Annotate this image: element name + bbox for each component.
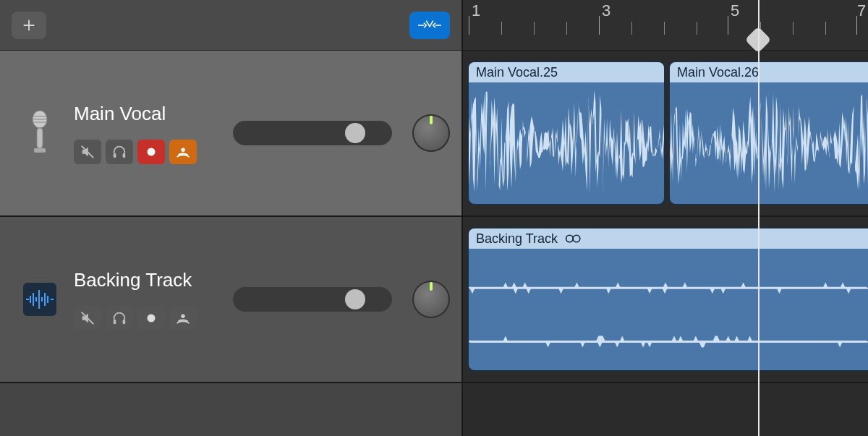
record-enable-button[interactable] xyxy=(137,306,165,330)
filter-icon xyxy=(418,18,441,33)
volume-slider-thumb[interactable] xyxy=(345,123,365,143)
waveform-icon xyxy=(469,249,868,370)
svg-point-10 xyxy=(148,314,156,322)
ruler-label: 7 xyxy=(857,1,866,20)
mute-button[interactable] xyxy=(74,140,101,164)
waveform-icon xyxy=(469,82,664,204)
input-monitor-button[interactable] xyxy=(169,306,197,330)
track-controls-right xyxy=(233,114,450,152)
svg-rect-9 xyxy=(123,319,126,323)
headphones-icon xyxy=(111,310,127,326)
svg-point-5 xyxy=(148,148,156,155)
svg-rect-3 xyxy=(114,153,116,157)
empty-track-area xyxy=(0,383,461,436)
record-icon xyxy=(143,144,159,160)
region-name-label: Main Vocal.25 xyxy=(476,65,558,80)
audio-waves-icon xyxy=(22,274,58,325)
audio-region[interactable]: Main Vocal.25 xyxy=(467,61,665,205)
solo-button[interactable] xyxy=(106,306,133,330)
track-name-label: Main Vocal xyxy=(74,103,197,125)
track-header-body: Main Vocal xyxy=(74,103,197,164)
plus-icon xyxy=(21,17,37,33)
track-button-strip xyxy=(74,306,197,330)
svg-rect-1 xyxy=(37,128,43,148)
track-header-panel: Main Vocal xyxy=(0,0,463,436)
ruler-label: 5 xyxy=(731,1,739,20)
headphones-icon xyxy=(111,144,127,160)
input-monitor-icon xyxy=(175,310,191,326)
solo-button[interactable] xyxy=(106,140,133,164)
playhead-handle[interactable] xyxy=(745,27,772,54)
track-lane-main-vocal[interactable]: Main Vocal.25 Main Vocal.26 xyxy=(463,51,868,217)
mute-button[interactable] xyxy=(74,306,101,330)
svg-point-6 xyxy=(181,148,185,152)
pan-knob[interactable] xyxy=(412,281,450,318)
pan-knob[interactable] xyxy=(412,114,450,152)
region-header: Backing Track xyxy=(469,228,868,249)
svg-point-11 xyxy=(181,314,185,318)
track-header-body: Backing Track xyxy=(74,269,197,330)
cycle-filter-button[interactable] xyxy=(409,12,450,39)
microphone-icon xyxy=(22,108,58,158)
timeline-ruler[interactable]: 1 3 5 7 xyxy=(463,0,868,51)
input-monitor-button[interactable] xyxy=(169,140,197,164)
svg-rect-2 xyxy=(34,148,46,153)
input-monitor-icon xyxy=(175,144,191,160)
region-header: Main Vocal.25 xyxy=(469,62,664,82)
track-header-main-vocal[interactable]: Main Vocal xyxy=(0,51,461,217)
mute-icon xyxy=(80,310,95,326)
region-body xyxy=(469,249,868,370)
track-button-strip xyxy=(74,140,197,164)
svg-rect-8 xyxy=(114,319,116,323)
waveform-icon xyxy=(670,82,868,204)
ruler-label: 3 xyxy=(602,1,610,20)
track-controls-right xyxy=(233,281,450,318)
track-header-toolbar xyxy=(0,0,461,51)
region-body xyxy=(469,82,664,204)
region-header: Main Vocal.26 xyxy=(670,62,868,82)
ruler-label: 1 xyxy=(472,1,480,20)
daw-window: Main Vocal xyxy=(0,0,868,436)
svg-point-12 xyxy=(566,235,574,242)
region-body xyxy=(670,82,868,204)
record-enable-button[interactable] xyxy=(137,140,165,164)
track-lane-backing-track[interactable]: Backing Track xyxy=(463,217,868,383)
audio-region[interactable]: Backing Track xyxy=(467,227,868,372)
track-name-label: Backing Track xyxy=(74,269,197,291)
arrangement-area[interactable]: 1 3 5 7 Main Vocal.25 xyxy=(463,0,868,436)
region-name-label: Main Vocal.26 xyxy=(677,65,759,80)
svg-rect-4 xyxy=(123,153,126,157)
loop-icon xyxy=(565,234,582,244)
region-name-label: Backing Track xyxy=(476,231,558,247)
volume-slider[interactable] xyxy=(233,121,392,145)
volume-slider-thumb[interactable] xyxy=(345,289,365,309)
audio-region[interactable]: Main Vocal.26 xyxy=(668,61,868,205)
record-icon xyxy=(143,310,159,326)
mute-icon xyxy=(80,144,95,160)
add-track-button[interactable] xyxy=(12,12,46,39)
volume-slider[interactable] xyxy=(233,287,392,312)
track-header-backing-track[interactable]: Backing Track xyxy=(0,217,461,383)
svg-point-13 xyxy=(573,235,580,242)
